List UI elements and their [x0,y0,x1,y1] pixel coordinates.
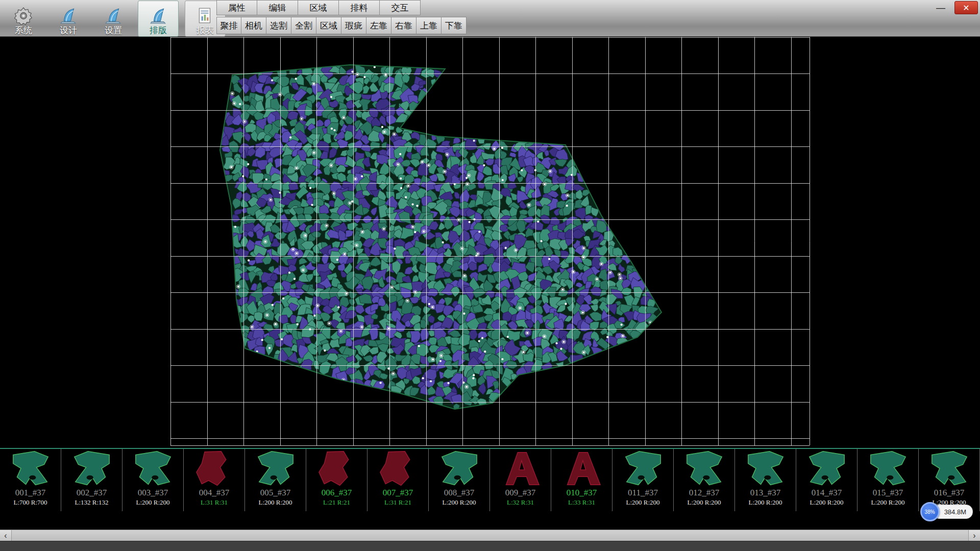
piece-shape-icon [495,450,547,488]
piece-lr-count: L:200 R:200 [136,498,169,507]
gear-icon [14,7,33,25]
piece-lr-count: L:200 R:200 [442,498,476,507]
piece-thumbnail[interactable]: 015_#37L:200 R:200 [857,449,919,511]
minimize-icon[interactable]: — [932,2,949,14]
report-icon [196,7,214,25]
piece-id: 011_#37 [628,488,658,498]
piece-thumbnail[interactable]: 001_#37L:700 R:700 [0,449,61,511]
piece-thumbnail[interactable]: 007_#37L:31 R:21 [368,449,429,511]
canvas-area [0,37,980,448]
piece-id: 003_#37 [138,488,168,498]
piece-lr-count: L:31 R:31 [201,498,228,507]
piece-shape-icon [311,450,363,488]
progress-percent: 38% [925,509,935,515]
piece-thumbnail[interactable]: 013_#37L:200 R:200 [735,449,796,511]
toolbar: 系统设计设置排版报表 属性编辑区域排料交互 聚排相机选割全割区域瑕疵左靠右靠上靠… [0,0,980,37]
tool-label-nesting: 排版 [150,26,167,36]
piece-id: 002_#37 [77,488,107,498]
menu-area: 属性编辑区域排料交互 聚排相机选割全割区域瑕疵左靠右靠上靠下靠 [216,0,467,34]
piece-lr-count: L:200 R:200 [810,498,843,507]
sail-icon [59,7,78,25]
piece-shape-icon [127,450,179,488]
piece-id: 012_#37 [689,488,720,498]
piece-lr-count: L:31 R:21 [384,498,411,507]
action-button-camera[interactable]: 相机 [241,17,266,34]
piece-thumbnail[interactable]: 002_#37L:132 R:132 [61,449,122,511]
piece-id: 007_#37 [383,488,413,498]
scroll-left-arrow-icon[interactable]: ‹ [0,530,12,541]
menu-tab-nest[interactable]: 排料 [339,0,380,15]
piece-shape-icon [862,450,914,488]
piece-lr-count: L:700 R:700 [13,498,47,507]
memory-progress-widget: 38% 384.8M [920,502,973,521]
piece-shape-icon [617,450,669,488]
tool-label-settings: 设置 [105,26,122,36]
piece-shape-icon [678,450,730,488]
piece-shape-icon [433,450,485,488]
piece-thumbnail[interactable]: 008_#37L:200 R:200 [429,449,490,511]
action-button-region[interactable]: 区域 [316,17,341,34]
piece-thumbnail[interactable]: 014_#37L:200 R:200 [796,449,857,511]
scroll-right-arrow-icon[interactable]: › [968,530,980,541]
piece-thumbnail[interactable]: 006_#37L:21 R:21 [306,449,368,511]
close-icon[interactable]: ✕ [954,1,978,14]
action-buttons: 聚排相机选割全割区域瑕疵左靠右靠上靠下靠 [216,17,467,34]
horizontal-scrollbar[interactable]: ‹ › [0,530,980,541]
nesting-canvas[interactable] [0,37,980,448]
memory-value: 384.8M [944,508,966,516]
piece-id: 015_#37 [873,488,903,498]
menu-tab-region[interactable]: 区域 [298,0,339,15]
piece-thumbnail[interactable]: 009_#37L:32 R:31 [490,449,551,511]
menu-tab-properties[interactable]: 属性 [216,0,257,15]
piece-thumbnail[interactable]: 012_#37L:200 R:200 [674,449,735,511]
piece-thumbnail[interactable]: 004_#37L:31 R:31 [184,449,245,511]
piece-lr-count: L:200 R:200 [748,498,782,507]
action-button-select-cut[interactable]: 选割 [266,17,291,34]
piece-shape-icon [923,450,975,488]
piece-id: 014_#37 [812,488,842,498]
piece-thumbnail[interactable]: 003_#37L:200 R:200 [122,449,184,511]
tool-button-system[interactable]: 系统 [3,1,44,37]
action-button-cluster-nest[interactable]: 聚排 [216,17,241,34]
piece-lr-count: L:200 R:200 [626,498,659,507]
piece-shape-icon [556,450,608,488]
piece-shape-icon [740,450,792,488]
piece-shape-icon [188,450,240,488]
menu-tab-edit[interactable]: 编辑 [257,0,298,15]
action-button-cut-all[interactable]: 全割 [291,17,316,34]
tool-label-report: 报表 [197,26,214,36]
piece-shape-icon [5,450,57,488]
piece-id: 001_#37 [15,488,46,498]
piece-lr-count: L:200 R:200 [258,498,292,507]
piece-id: 006_#37 [322,488,352,498]
piece-list: 001_#37L:700 R:700002_#37L:132 R:132003_… [0,448,980,511]
bottom-gap [0,511,980,530]
action-button-defect[interactable]: 瑕疵 [341,17,366,34]
status-bar [0,541,980,551]
menu-tab-interactive[interactable]: 交互 [380,0,421,15]
piece-lr-count: L:200 R:200 [687,498,721,507]
tool-button-design[interactable]: 设计 [48,1,89,37]
window-controls: — ✕ [932,1,978,14]
action-button-snap-right[interactable]: 右靠 [391,17,416,34]
piece-id: 004_#37 [199,488,230,498]
action-button-snap-top[interactable]: 上靠 [416,17,442,34]
tool-button-nesting[interactable]: 排版 [138,1,179,37]
piece-thumbnail[interactable]: 010_#37L:33 R:31 [551,449,612,511]
piece-lr-count: L:21 R:21 [323,498,350,507]
piece-id: 016_#37 [934,488,965,498]
piece-lr-count: L:32 R:31 [507,498,534,507]
menu-tabs: 属性编辑区域排料交互 [216,0,467,15]
action-button-snap-bottom[interactable]: 下靠 [442,17,467,34]
piece-thumbnail[interactable]: 005_#37L:200 R:200 [245,449,306,511]
tool-button-settings[interactable]: 设置 [93,1,134,37]
piece-id: 008_#37 [444,488,475,498]
action-button-snap-left[interactable]: 左靠 [366,17,391,34]
progress-circle: 38% [920,502,940,521]
piece-id: 009_#37 [505,488,536,498]
piece-lr-count: L:132 R:132 [75,498,108,507]
piece-id: 013_#37 [750,488,781,498]
tool-strip: 系统设计设置排版报表 [3,0,226,38]
piece-thumbnail[interactable]: 011_#37L:200 R:200 [612,449,674,511]
piece-shape-icon [66,450,118,488]
